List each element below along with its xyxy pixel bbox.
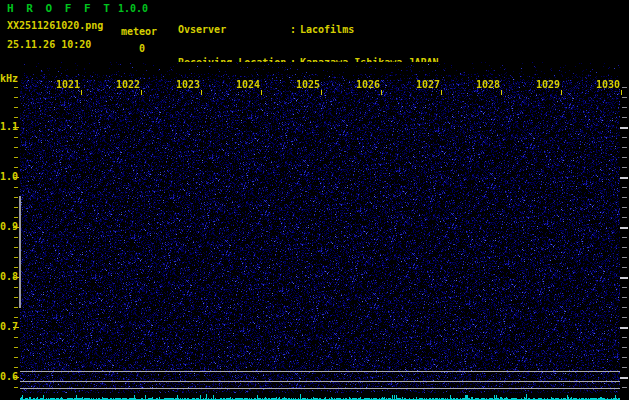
time-label: 1028 [464,79,512,90]
freq-minor-tick [14,187,18,188]
freq-minor-tick [14,97,18,98]
app-title: H R O F F T [7,2,113,15]
freq-minor-tick [14,197,18,198]
freq-label-dash [13,377,19,378]
freq-minor-tick [14,267,18,268]
app-version: 1.0.0 [118,3,148,14]
time-label: 1026 [344,79,392,90]
right-minor-tick [622,107,627,108]
hrofft-screen: H R O F F T 1.0.0 XX2511261020.png meteo… [0,0,629,400]
freq-minor-tick [14,297,18,298]
mode-label: meteor [121,26,157,37]
time-minor-tick [441,90,442,95]
right-major-tick [620,227,628,229]
freq-tick-label: 0.9 [0,221,13,233]
freq-minor-tick [14,207,18,208]
freq-minor-tick [14,347,18,348]
freq-minor-tick [14,157,18,158]
carrier-line [20,381,620,382]
time-label: 1025 [284,79,332,90]
right-minor-tick [622,357,627,358]
freq-minor-tick [14,217,18,218]
spectrogram-plot: 1021 1022 1023 1024 1025 1026 1027 1028 … [20,62,620,393]
freq-minor-tick [14,167,18,168]
time-minor-tick [261,90,262,95]
time-minor-tick [381,90,382,95]
output-filename: XX2511261020.png [7,20,103,31]
freq-minor-tick [14,337,18,338]
right-minor-tick [622,147,627,148]
right-minor-tick [622,157,627,158]
right-minor-tick [622,197,627,198]
freq-minor-tick [14,147,18,148]
time-minor-tick [201,90,202,95]
frequency-unit-label: kHz [0,73,18,84]
right-minor-tick [622,347,627,348]
freq-minor-tick [14,317,18,318]
right-major-tick [620,327,628,329]
right-major-tick [620,277,628,279]
freq-minor-tick [14,107,18,108]
carrier-line [20,388,620,389]
right-minor-tick [622,97,627,98]
right-minor-tick [622,337,627,338]
freq-minor-tick [14,257,18,258]
freq-minor-tick [14,87,18,88]
freq-minor-tick [14,117,18,118]
right-minor-tick [622,267,627,268]
freq-minor-tick [14,307,18,308]
freq-tick-label: 1.0 [0,171,13,183]
calibration-vertical-line [19,196,21,308]
freq-label-dash [13,127,19,128]
right-minor-tick [622,237,627,238]
right-major-tick [620,127,628,129]
right-minor-tick [622,287,627,288]
time-minor-tick [321,90,322,95]
freq-tick-label: 1.1 [0,121,13,133]
right-minor-tick [622,207,627,208]
time-label: 1021 [44,79,92,90]
right-minor-tick [622,137,627,138]
spectrogram-noise-canvas [20,62,620,393]
freq-minor-tick [14,367,18,368]
right-minor-tick [622,317,627,318]
datetime-label: 25.11.26 10:20 [7,39,91,50]
time-label: 1030 [584,79,629,90]
freq-minor-tick [14,387,18,388]
freq-tick-label: 0.8 [0,271,13,283]
noise-level-meter [20,393,620,400]
right-minor-tick [622,87,627,88]
right-minor-tick [622,167,627,168]
observer-label: Ovserver [178,24,290,35]
time-minor-tick [81,90,82,95]
right-major-tick [620,377,628,379]
freq-minor-tick [14,237,18,238]
carrier-line [20,371,620,372]
freq-label-dash [13,327,19,328]
time-label: 1023 [164,79,212,90]
right-minor-tick [622,217,627,218]
freq-label-dash [13,177,19,178]
right-major-tick [620,177,628,179]
freq-minor-tick [14,357,18,358]
time-label: 1024 [224,79,272,90]
time-label: 1022 [104,79,152,90]
right-minor-tick [622,297,627,298]
freq-tick-label: 0.6 [0,371,13,383]
meteor-count: 0 [139,43,145,54]
time-label: 1029 [524,79,572,90]
time-minor-tick [621,90,622,95]
freq-minor-tick [14,137,18,138]
right-minor-tick [622,247,627,248]
time-minor-tick [501,90,502,95]
observer-value: Lacofilms [300,24,354,35]
right-minor-tick [622,187,627,188]
time-minor-tick [141,90,142,95]
right-minor-tick [622,117,627,118]
time-label: 1027 [404,79,452,90]
time-minor-tick [561,90,562,95]
right-minor-tick [622,387,627,388]
observer-row: Ovserver:Lacofilms [178,24,438,35]
freq-minor-tick [14,247,18,248]
right-minor-tick [622,307,627,308]
